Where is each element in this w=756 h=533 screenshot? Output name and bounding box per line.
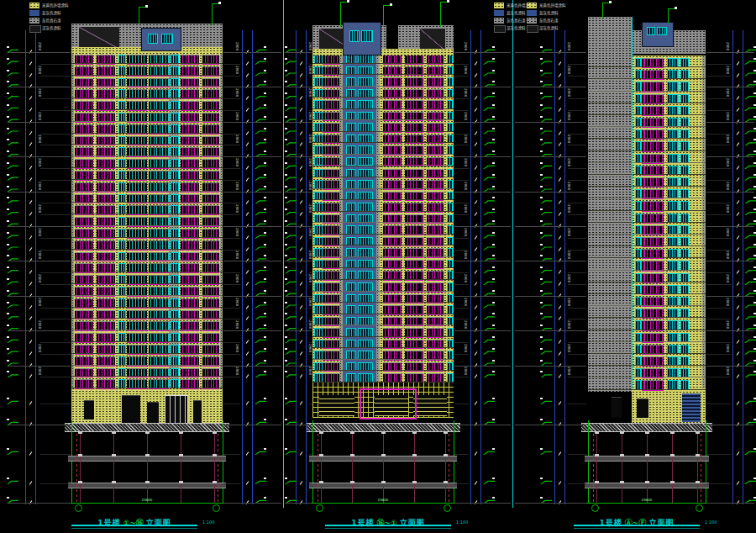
- extension-line: [309, 76, 312, 77]
- dim-tick: [300, 201, 303, 205]
- level-marker-flag: [285, 198, 297, 203]
- extension-line: [285, 52, 312, 53]
- column-capital: [595, 454, 599, 456]
- level-marker-flag: [255, 210, 266, 215]
- column-capital: [381, 454, 386, 456]
- dim-value: 2900: [725, 344, 729, 354]
- extension-line: [454, 354, 469, 355]
- level-marker-flag: [540, 314, 552, 319]
- red-dashed-line: [218, 431, 218, 502]
- dim-tick: [246, 235, 249, 240]
- level-marker-dot: [540, 232, 543, 234]
- level-marker-dot: [285, 208, 287, 210]
- floor-line: [71, 330, 223, 330]
- level-marker-flag: [483, 94, 495, 99]
- level-marker-flag: [483, 268, 495, 273]
- leader-line: [440, 2, 441, 27]
- level-marker-dot: [264, 419, 266, 420]
- dim-value: 2900: [725, 228, 729, 238]
- level-marker-flag: [285, 234, 297, 239]
- extension-line: [454, 214, 469, 215]
- dim-tick: [300, 108, 303, 112]
- extension-line: [515, 156, 586, 157]
- pilaster-strip: [71, 52, 74, 388]
- extension-line: [706, 214, 731, 215]
- basement-column: [672, 431, 673, 503]
- level-marker-dot: [492, 419, 495, 420]
- dim-tick: [737, 317, 740, 321]
- floor-line: [71, 156, 223, 156]
- extension-line: [223, 503, 281, 504]
- dim-tick: [475, 375, 478, 379]
- level-marker-dot: [492, 371, 495, 372]
- column-capital: [319, 454, 323, 456]
- dim-tick: [559, 177, 562, 182]
- extension-line: [454, 76, 469, 77]
- level-marker-flag: [285, 94, 297, 99]
- floor-line: [312, 267, 454, 268]
- dim-value: 2900: [463, 66, 467, 76]
- level-marker-flag: [483, 210, 495, 215]
- dim-tick: [246, 143, 249, 147]
- extension-line: [223, 404, 240, 404]
- corner-line: [632, 17, 633, 389]
- dim-value: 2900: [725, 298, 729, 308]
- legend-swatch-dk: [29, 25, 41, 33]
- extension-line: [706, 354, 731, 355]
- level-marker-flag: [285, 303, 297, 309]
- dim-tick: [246, 131, 249, 135]
- column-capital: [412, 454, 417, 456]
- dim-value: 2900: [566, 251, 570, 261]
- floor-line: [588, 138, 706, 139]
- level-marker-dot: [264, 92, 266, 94]
- level-marker-dot: [285, 313, 287, 314]
- extension-line: [223, 366, 281, 367]
- title-underline-thick: [325, 525, 451, 526]
- level-marker-dot: [492, 139, 495, 140]
- level-marker-dot: [492, 360, 495, 361]
- level-marker-dot: [540, 128, 543, 129]
- dim-value: 2900: [463, 42, 467, 52]
- floor-line: [312, 291, 454, 292]
- extension-line: [568, 98, 586, 99]
- facade-detail-cf: [361, 30, 373, 42]
- dim-tick: [246, 305, 249, 309]
- level-marker-dot: [492, 174, 495, 176]
- basement-edge-line: [588, 420, 589, 503]
- level-marker-dot: [540, 139, 543, 140]
- floor-line: [312, 325, 454, 325]
- level-marker-dot: [492, 46, 495, 48]
- dim-tick: [246, 351, 249, 356]
- floor-line: [312, 131, 454, 132]
- extension-line: [40, 354, 71, 355]
- dim-tick: [300, 177, 303, 182]
- floor-line: [588, 293, 706, 294]
- level-marker-dot: [264, 150, 266, 152]
- level-marker-dot: [7, 58, 9, 60]
- dim-tick: [29, 375, 33, 379]
- dim-value: 2900: [463, 88, 467, 98]
- dim-tick: [737, 375, 740, 379]
- dim-value: 2900: [566, 228, 570, 238]
- extension-line: [706, 226, 754, 227]
- dim-line-vertical: [564, 30, 565, 504]
- extension-line: [706, 87, 754, 87]
- floor-line: [312, 166, 454, 166]
- level-marker-dot: [7, 139, 9, 140]
- dim-tick: [475, 108, 478, 112]
- extension-line: [454, 454, 469, 455]
- dim-line-vertical: [480, 30, 481, 504]
- legend-label: 深灰色涂料: [539, 27, 573, 32]
- facade-detail-dk2: [193, 400, 202, 424]
- dim-tick: [29, 131, 33, 135]
- level-marker-dot: [285, 70, 287, 71]
- dim-value: 2900: [566, 66, 570, 76]
- dim-value: 2900: [566, 182, 570, 192]
- dim-tick: [737, 481, 740, 485]
- extension-line: [223, 454, 240, 455]
- level-marker-dot: [285, 197, 287, 198]
- extension-line: [706, 366, 754, 367]
- level-marker-dot: [492, 81, 495, 82]
- extension-line: [706, 156, 754, 157]
- level-marker-flag: [744, 314, 756, 319]
